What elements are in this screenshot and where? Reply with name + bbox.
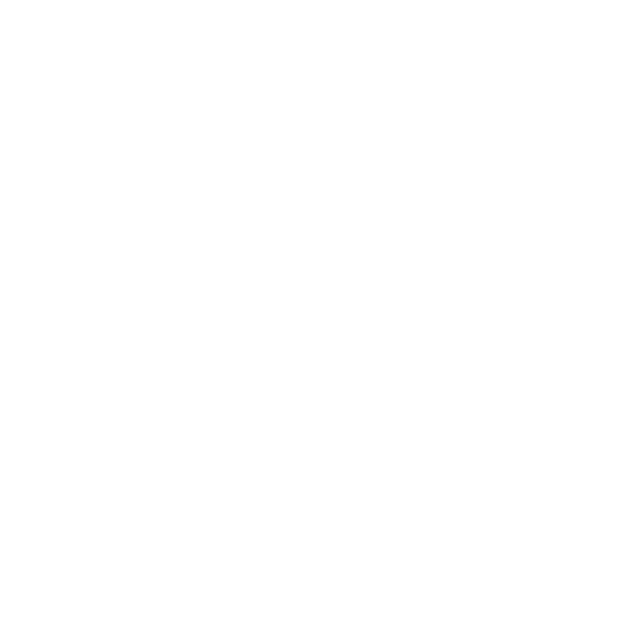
chart-canvas [0,0,644,644]
bottleneck-chart [0,0,644,644]
